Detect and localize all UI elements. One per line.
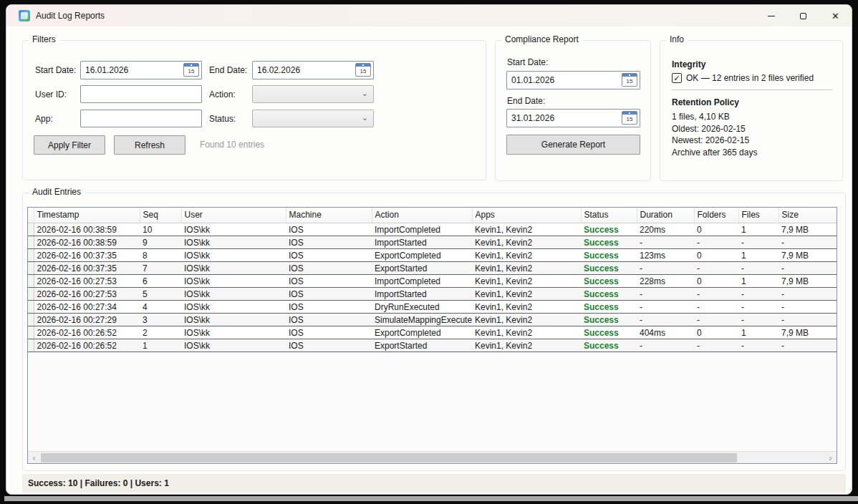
table-row[interactable]: 2026-02-16 00:38:5910IOS\kkIOSImportComp… (28, 223, 837, 236)
table-cell: IOS (286, 249, 372, 262)
action-dropdown[interactable]: ⌄ (252, 85, 374, 103)
table-cell: ExportStarted (372, 339, 472, 352)
table-cell: IOS (286, 301, 372, 314)
app-input[interactable] (80, 110, 202, 127)
apply-filter-button[interactable]: Apply Filter (34, 135, 105, 155)
table-cell: 0 (694, 326, 738, 339)
table-cell: Success (581, 223, 637, 236)
retention-line: Oldest: 2026-02-15 (672, 123, 757, 135)
column-header-seq[interactable]: Seq (140, 208, 181, 223)
table-row[interactable]: 2026-02-16 00:27:293IOS\kkIOSSimulateMap… (28, 314, 837, 326)
table-row[interactable]: 2026-02-16 00:26:521IOS\kkIOSExportStart… (28, 339, 837, 352)
table-cell: IOS\kk (181, 275, 286, 288)
compliance-legend: Compliance Report (501, 34, 582, 44)
close-button[interactable]: ✕ (819, 5, 852, 26)
compliance-end-date-input[interactable] (506, 109, 640, 127)
table-cell: Kevin1, Kevin2 (472, 262, 581, 275)
scrollbar-thumb[interactable] (41, 453, 737, 462)
table-cell: Success (581, 326, 637, 339)
table-cell: IOS\kk (181, 339, 286, 352)
table-row[interactable]: 2026-02-16 00:27:536IOS\kkIOSImportCompl… (28, 275, 837, 288)
row-header-cell (28, 262, 34, 275)
table-cell: - (738, 262, 779, 275)
audit-table-head: TimestampSeqUserMachineActionAppsStatusD… (28, 208, 837, 223)
table-row[interactable]: 2026-02-16 00:37:357IOS\kkIOSExportStart… (28, 262, 837, 275)
table-cell: IOS\kk (181, 236, 286, 249)
window-title: Audit Log Reports (36, 11, 105, 21)
chevron-down-icon: ⌄ (362, 113, 368, 122)
refresh-button[interactable]: Refresh (114, 135, 185, 155)
minimize-button[interactable] (755, 5, 787, 26)
table-cell: 7 (140, 262, 181, 275)
table-row[interactable]: 2026-02-16 00:26:522IOS\kkIOSExportCompl… (28, 326, 837, 339)
table-cell: 7,9 MB (779, 326, 837, 339)
table-cell: 4 (140, 301, 181, 314)
status-bar: Success: 10 | Failures: 0 | Users: 1 (22, 474, 846, 493)
desktop-background: Audit Log Reports ✕ Filters Start Date: … (0, 0, 858, 504)
column-header-machine[interactable]: Machine (286, 208, 372, 223)
column-header-size[interactable]: Size (779, 208, 837, 223)
table-cell: - (738, 288, 779, 301)
table-cell: 2026-02-16 00:27:34 (34, 301, 140, 314)
table-cell: IOS (286, 326, 372, 339)
table-cell: Kevin1, Kevin2 (472, 301, 581, 314)
column-header-folders[interactable]: Folders (694, 208, 738, 223)
table-row[interactable]: 2026-02-16 00:27:344IOS\kkIOSDryRunExecu… (28, 301, 837, 314)
column-header-apps[interactable]: Apps (472, 208, 581, 223)
status-dropdown[interactable]: ⌄ (252, 110, 374, 127)
audit-log-reports-window: Audit Log Reports ✕ Filters Start Date: … (6, 4, 852, 495)
table-cell: IOS (286, 262, 372, 275)
table-cell: 2 (140, 326, 181, 339)
table-cell: 228ms (637, 275, 694, 288)
generate-report-button[interactable]: Generate Report (506, 135, 640, 155)
table-cell: DryRunExecuted (372, 301, 472, 314)
audit-table-body: 2026-02-16 00:38:5910IOS\kkIOSImportComp… (28, 223, 837, 352)
table-cell: 1 (738, 275, 779, 288)
row-header-cell (28, 314, 34, 326)
table-cell: SimulateMappingExecute (372, 314, 472, 326)
column-header-user[interactable]: User (181, 208, 286, 223)
table-cell: Success (581, 249, 637, 262)
table-cell: 5 (140, 288, 181, 301)
scroll-right-icon[interactable]: › (824, 452, 837, 464)
table-cell: Success (581, 314, 637, 326)
app-label: App: (35, 114, 53, 124)
compliance-report-group: Compliance Report Start Date: 15 End Dat… (495, 40, 651, 181)
table-cell: 2026-02-16 00:37:35 (34, 262, 140, 275)
table-cell: - (637, 339, 694, 352)
table-cell: 404ms (637, 326, 694, 339)
column-header-files[interactable]: Files (738, 208, 779, 223)
table-cell: 2026-02-16 00:37:35 (34, 249, 140, 262)
integrity-status-row: ✓ OK — 12 entries in 2 files verified (672, 73, 814, 83)
table-row[interactable]: 2026-02-16 00:37:358IOS\kkIOSExportCompl… (28, 249, 837, 262)
compliance-start-calendar-icon[interactable]: 15 (622, 73, 637, 87)
compliance-start-date-input[interactable] (506, 71, 640, 89)
table-cell: 3 (140, 314, 181, 326)
table-row[interactable]: 2026-02-16 00:27:535IOS\kkIOSImportStart… (28, 288, 837, 301)
table-cell: 2026-02-16 00:38:59 (34, 236, 140, 249)
table-cell: - (779, 288, 837, 301)
scroll-left-icon[interactable]: ‹ (28, 452, 40, 464)
table-row[interactable]: 2026-02-16 00:38:599IOS\kkIOSImportStart… (28, 236, 837, 249)
compliance-start-date-label: Start Date: (507, 57, 548, 67)
compliance-end-calendar-icon[interactable]: 15 (622, 111, 637, 125)
column-header-status[interactable]: Status (581, 208, 637, 223)
table-cell: IOS (286, 236, 372, 249)
column-header-duration[interactable]: Duration (637, 208, 694, 223)
found-entries-text: Found 10 entries (200, 140, 264, 150)
integrity-checkbox[interactable]: ✓ (672, 73, 682, 83)
table-cell: 2026-02-16 00:38:59 (34, 223, 140, 236)
maximize-icon (800, 13, 806, 19)
start-date-calendar-icon[interactable]: 15 (183, 63, 199, 77)
end-date-calendar-icon[interactable]: 15 (355, 63, 371, 77)
table-cell: IOS\kk (181, 223, 286, 236)
column-header-action[interactable]: Action (372, 208, 472, 223)
column-header-timestamp[interactable]: Timestamp (34, 208, 140, 223)
table-cell: ExportCompleted (372, 249, 472, 262)
info-group: Info Integrity ✓ OK — 12 entries in 2 fi… (660, 40, 843, 181)
maximize-button[interactable] (787, 5, 819, 26)
user-id-input[interactable] (80, 85, 202, 103)
horizontal-scrollbar[interactable]: ‹ › (28, 451, 837, 463)
table-cell: - (738, 301, 779, 314)
retention-line: Archive after 365 days (672, 147, 757, 159)
